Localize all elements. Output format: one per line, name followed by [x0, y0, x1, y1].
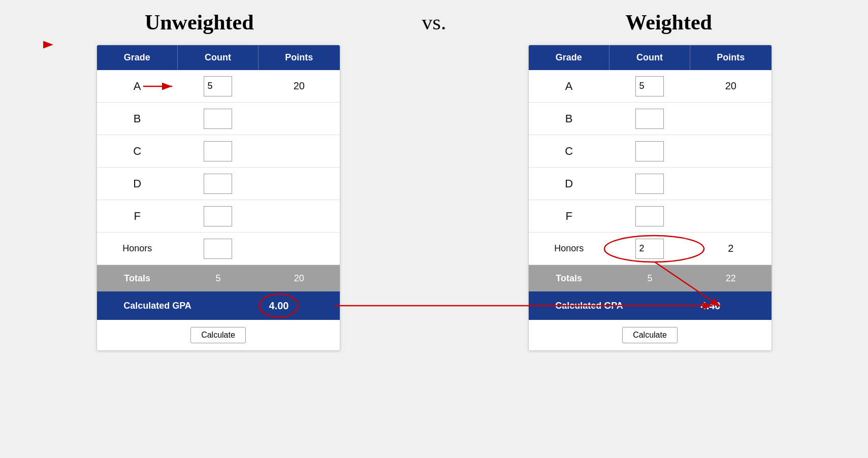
uw-gpa-row: Calculated GPA 4.00: [97, 291, 340, 320]
w-input-f[interactable]: [635, 206, 664, 226]
w-input-a[interactable]: [635, 76, 664, 96]
uw-points-b: [259, 115, 339, 123]
w-totals-label: Totals: [529, 269, 609, 288]
uw-totals-label: Totals: [97, 269, 178, 288]
uw-gpa-value: 4.00: [218, 296, 340, 316]
uw-row-b: B: [97, 103, 340, 135]
uw-count-c-cell: [178, 137, 259, 166]
svg-point-4: [260, 294, 298, 317]
vs-spacer: [383, 45, 485, 65]
uw-row-c: C: [97, 135, 340, 168]
w-grade-d: D: [529, 173, 609, 194]
w-gpa-number: 4.40: [701, 300, 721, 311]
w-points-header: Points: [690, 45, 771, 70]
w-points-a: 20: [690, 76, 771, 96]
uw-points-f: [259, 212, 339, 220]
w-grade-f: F: [529, 206, 609, 227]
uw-points-d: [259, 180, 339, 188]
w-totals-count: 5: [609, 269, 690, 288]
title-unweighted: Unweighted: [10, 10, 389, 35]
uw-count-honors-cell: [178, 235, 259, 263]
w-grade-a: A: [529, 76, 609, 97]
w-row-honors: Honors 2: [529, 233, 771, 265]
uw-count-a-cell: [178, 72, 259, 101]
uw-count-f-cell: [178, 202, 259, 231]
uw-input-honors[interactable]: [204, 239, 232, 259]
w-totals-row: Totals 5 22: [529, 265, 771, 291]
uw-points-a: 20: [259, 76, 339, 96]
w-grade-header: Grade: [529, 45, 609, 70]
uw-input-f[interactable]: [204, 206, 232, 226]
w-count-c-cell: [609, 137, 690, 166]
w-row-c: C: [529, 135, 771, 168]
w-row-a: A 20: [529, 70, 771, 103]
uw-count-header: Count: [178, 45, 259, 70]
w-points-c: [690, 147, 771, 155]
w-row-d: D: [529, 168, 771, 200]
w-count-honors-cell: [609, 235, 690, 263]
uw-row-a: A 20: [97, 70, 340, 103]
uw-row-honors: Honors: [97, 233, 340, 265]
w-row-b: B: [529, 103, 771, 135]
w-grade-c: C: [529, 141, 609, 162]
title-weighted: Weighted: [480, 10, 858, 35]
uw-points-honors: [259, 245, 339, 253]
w-count-b-cell: [609, 105, 690, 133]
uw-input-d[interactable]: [204, 174, 232, 194]
w-count-header: Count: [609, 45, 690, 70]
uw-grade-b: B: [97, 108, 178, 129]
w-totals-points: 22: [690, 269, 771, 288]
w-gpa-row: Calculated GPA 4.40: [529, 291, 771, 320]
title-vs: vs.: [389, 10, 480, 35]
uw-count-b-cell: [178, 105, 259, 133]
uw-row-f: F: [97, 200, 340, 233]
uw-gpa-label: Calculated GPA: [97, 297, 218, 315]
uw-points-header: Points: [259, 45, 339, 70]
w-gpa-value: 4.40: [650, 296, 771, 316]
w-points-honors: 2: [690, 239, 771, 258]
w-calculate-row: Calculate: [529, 320, 771, 350]
uw-table-header: Grade Count Points: [97, 45, 340, 70]
w-table-header: Grade Count Points: [529, 45, 771, 70]
uw-count-d-cell: [178, 170, 259, 198]
w-points-d: [690, 180, 771, 188]
uw-totals-count: 5: [178, 269, 259, 288]
w-points-b: [690, 115, 771, 123]
uw-totals-points: 20: [259, 269, 339, 288]
w-input-c[interactable]: [635, 141, 664, 161]
uw-grade-d: D: [97, 173, 178, 194]
uw-totals-row: Totals 5 20: [97, 265, 340, 291]
uw-grade-honors: Honors: [97, 239, 178, 258]
w-gpa-label: Calculated GPA: [529, 297, 650, 315]
w-points-f: [690, 212, 771, 220]
uw-input-a[interactable]: [204, 76, 232, 96]
uw-grade-c: C: [97, 141, 178, 162]
w-count-a-cell: [609, 72, 690, 101]
w-calculate-button[interactable]: Calculate: [622, 327, 678, 343]
uw-grade-header: Grade: [97, 45, 178, 70]
uw-input-c[interactable]: [204, 141, 232, 161]
uw-points-c: [259, 147, 339, 155]
w-count-f-cell: [609, 202, 690, 231]
uw-row-d: D: [97, 168, 340, 200]
uw-grade-f: F: [97, 206, 178, 227]
w-input-b[interactable]: [635, 109, 664, 129]
w-input-d[interactable]: [635, 174, 664, 194]
uw-calculate-row: Calculate: [97, 320, 340, 350]
w-row-f: F: [529, 200, 771, 233]
w-grade-honors: Honors: [529, 239, 609, 258]
uw-input-b[interactable]: [204, 109, 232, 129]
w-count-d-cell: [609, 170, 690, 198]
uw-calculate-button[interactable]: Calculate: [190, 327, 246, 343]
w-input-honors[interactable]: [635, 239, 664, 259]
w-grade-b: B: [529, 108, 609, 129]
